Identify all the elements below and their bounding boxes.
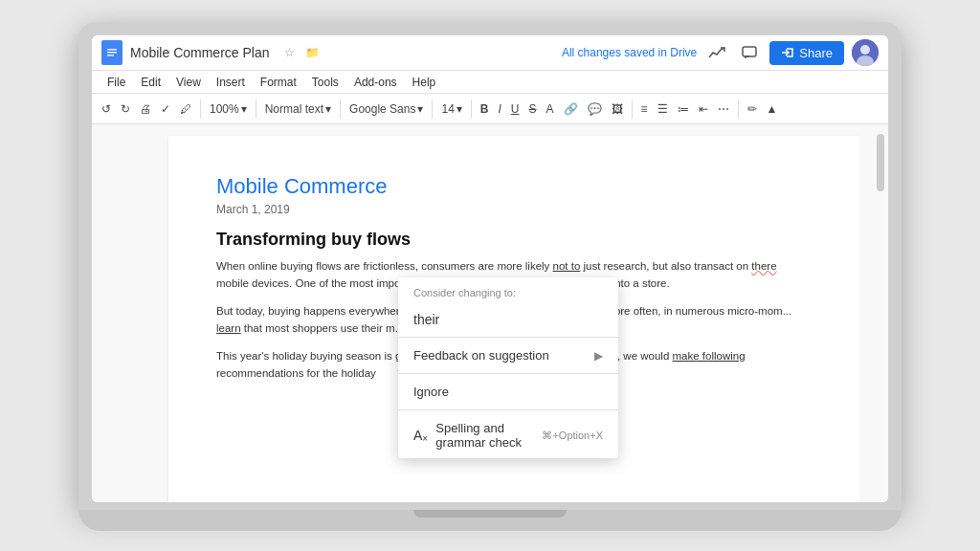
share-label: Share [799,46,833,60]
toolbar-divider-3 [340,99,341,119]
size-select[interactable]: 14 ▾ [437,100,465,118]
menu-bar: File Edit View Insert Format Tools Add-o… [92,71,888,94]
italic-button[interactable]: I [494,100,504,118]
doc-main-title: Mobile Commerce [216,174,812,199]
svg-rect-3 [107,55,114,56]
text-color-button[interactable]: A [543,100,558,118]
spell-shortcut: ⌘+Option+X [542,430,603,442]
font-select[interactable]: Google Sans ▾ [345,100,427,118]
edit-mode-button[interactable]: ✏ [744,100,761,118]
context-menu-spell[interactable]: Aₓ Spelling and grammar check ⌘+Option+X [398,412,618,458]
context-menu-header: Consider changing to: [398,277,618,304]
align-button[interactable]: ≡ [637,100,652,118]
font-chevron: ▾ [417,102,423,116]
menu-addons[interactable]: Add-ons [346,74,405,91]
link-button[interactable]: 🔗 [560,100,582,118]
menu-format[interactable]: Format [253,74,304,91]
redo-button[interactable]: ↻ [117,100,134,118]
title-bar: Mobile Commerce Plan ☆ 📁 All changes sav… [92,35,888,71]
context-menu-suggestion[interactable]: their [398,304,618,335]
zoom-select[interactable]: 100% ▾ [206,100,251,118]
toolbar-divider-1 [200,99,201,119]
context-menu-ignore[interactable]: Ignore [398,376,618,408]
paint-format-button[interactable]: 🖊 [176,100,195,118]
collapse-button[interactable]: ▲ [763,100,782,118]
svg-rect-1 [107,49,117,51]
trending-icon[interactable] [704,40,729,65]
user-avatar[interactable] [852,39,879,66]
misspelled-there: there [751,260,776,272]
toolbar-divider-7 [738,99,739,119]
spell-item-left: Aₓ Spelling and grammar check [413,421,542,450]
svg-rect-2 [107,52,117,54]
context-menu-feedback[interactable]: Feedback on suggestion ▶ [398,340,618,371]
svg-rect-4 [743,47,756,56]
bold-button[interactable]: B [477,100,493,118]
context-menu-divider-1 [398,337,618,338]
star-icon[interactable]: ☆ [281,44,299,61]
toolbar-divider-4 [432,99,433,119]
menu-file[interactable]: File [100,74,133,91]
comment-add-button[interactable]: 💬 [584,100,606,118]
link-learn: learn [216,322,241,334]
undo-button[interactable]: ↺ [98,100,115,118]
menu-tools[interactable]: Tools [304,74,346,91]
doc-sidebar-right [859,124,888,502]
doc-page[interactable]: Mobile Commerce March 1, 2019 Transformi… [168,136,859,502]
font-value: Google Sans [349,102,415,116]
format-toolbar: ↺ ↻ 🖨 ✓ 🖊 100% ▾ Normal text ▾ Google Sa… [92,94,888,124]
docs-icon [101,40,122,65]
numbered-list-button[interactable]: ≔ [674,100,693,118]
image-button[interactable]: 🖼 [608,100,627,118]
print-button[interactable]: 🖨 [136,100,155,118]
menu-view[interactable]: View [168,74,209,91]
svg-point-6 [860,45,870,55]
link-not-to: not to [553,260,581,272]
folder-icon[interactable]: 📁 [304,44,322,61]
context-menu: Consider changing to: their Feedback on … [398,277,618,458]
context-menu-divider-3 [398,409,618,410]
toolbar-divider-6 [632,99,633,119]
menu-edit[interactable]: Edit [133,74,168,91]
link-make-following: make following [673,350,746,362]
style-value: Normal text [265,102,323,116]
more-button[interactable]: ⋯ [714,100,733,118]
comment-icon[interactable] [737,40,762,65]
doc-heading: Transforming buy flows [216,230,812,250]
doc-date: March 1, 2019 [216,203,812,216]
spellcheck-button[interactable]: ✓ [157,100,174,118]
laptop-body: Mobile Commerce Plan ☆ 📁 All changes sav… [78,22,902,510]
style-select[interactable]: Normal text ▾ [261,100,335,118]
laptop-base [78,510,902,531]
document-title: Mobile Commerce Plan [130,45,270,60]
zoom-value: 100% [210,102,239,116]
toolbar-right: Share [704,39,879,66]
feedback-label: Feedback on suggestion [413,348,549,363]
size-value: 14 [441,102,454,116]
underline-button[interactable]: U [507,100,523,118]
style-chevron: ▾ [325,102,331,116]
toolbar-divider-2 [256,99,256,119]
share-button[interactable]: Share [769,41,844,65]
menu-insert[interactable]: Insert [209,74,253,91]
strikethrough-button[interactable]: S [525,100,541,118]
spell-label: Spelling and grammar check [435,421,542,450]
bullet-list-button[interactable]: ☰ [654,100,672,118]
doc-sidebar-left [92,124,168,502]
saved-status: All changes saved in Drive [562,46,697,59]
scrollbar[interactable] [877,134,884,191]
context-menu-divider-2 [398,373,618,374]
doc-area: Mobile Commerce March 1, 2019 Transformi… [92,124,888,502]
menu-help[interactable]: Help [405,74,444,91]
zoom-chevron: ▾ [241,102,247,116]
indent-decrease-button[interactable]: ⇤ [695,100,712,118]
toolbar-divider-5 [471,99,472,119]
title-icons: ☆ 📁 [281,44,322,61]
feedback-arrow-icon: ▶ [594,349,603,363]
screen: Mobile Commerce Plan ☆ 📁 All changes sav… [92,35,888,502]
spell-icon: Aₓ [413,428,428,443]
ignore-label: Ignore [413,385,449,399]
laptop-wrapper: Mobile Commerce Plan ☆ 📁 All changes sav… [78,22,902,529]
size-chevron: ▾ [457,102,462,116]
